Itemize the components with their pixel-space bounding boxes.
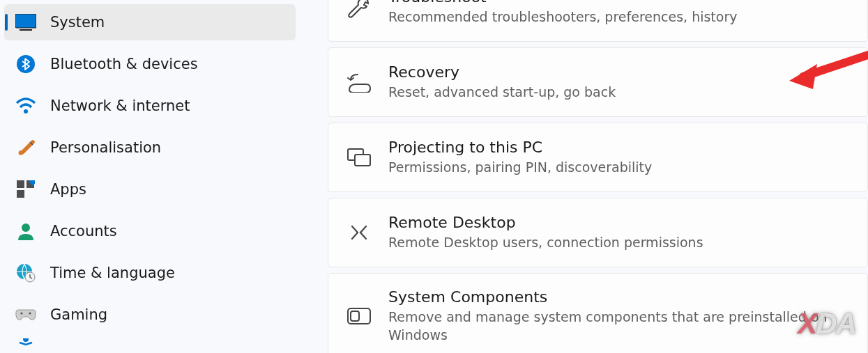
card-title-troubleshoot: Troubleshoot (388, 0, 737, 8)
card-desc-troubleshoot: Recommended troubleshooters, preferences… (388, 8, 737, 26)
recovery-icon (344, 67, 374, 97)
sidebar-item-accounts[interactable]: Accounts (4, 213, 296, 249)
svg-point-4 (24, 109, 28, 113)
svg-rect-18 (351, 311, 359, 321)
card-projecting[interactable]: Projecting to this PC Permissions, pairi… (328, 123, 868, 192)
sidebar-label-time: Time & language (50, 265, 175, 281)
globe-clock-icon (15, 262, 36, 283)
card-text: Remote Desktop Remote Desktop users, con… (388, 213, 703, 251)
sidebar-item-gaming[interactable]: Gaming (4, 297, 296, 333)
sidebar-item-bluetooth[interactable]: Bluetooth & devices (4, 46, 296, 82)
remote-desktop-icon (344, 217, 374, 248)
sidebar-item-time-language[interactable]: Time & language (4, 255, 296, 291)
accessibility-icon (15, 338, 36, 351)
sidebar-item-personalisation[interactable]: Personalisation (4, 130, 296, 166)
sidebar-item-accessibility-cut[interactable] (4, 338, 296, 351)
sidebar-label-apps: Apps (50, 181, 86, 198)
svg-rect-16 (355, 155, 370, 166)
card-desc-recovery: Reset, advanced start-up, go back (388, 83, 616, 102)
wifi-icon (15, 95, 36, 116)
svg-rect-7 (17, 190, 24, 198)
svg-point-14 (23, 338, 29, 342)
card-title-recovery: Recovery (388, 63, 616, 83)
card-title-components: System Components (388, 288, 852, 308)
card-desc-projecting: Permissions, pairing PIN, discoverabilit… (388, 158, 652, 177)
sidebar-label-accounts: Accounts (50, 223, 117, 240)
wrench-icon (344, 0, 374, 22)
projecting-icon (344, 142, 374, 173)
sidebar-item-system[interactable]: System (4, 4, 296, 40)
paintbrush-icon (15, 137, 36, 158)
card-text: Projecting to this PC Permissions, pairi… (388, 138, 652, 176)
bluetooth-icon (15, 54, 36, 74)
card-troubleshoot[interactable]: Troubleshoot Recommended troubleshooters… (328, 0, 868, 42)
card-remote-desktop[interactable]: Remote Desktop Remote Desktop users, con… (328, 198, 868, 267)
person-icon (15, 221, 36, 242)
card-desc-remote: Remote Desktop users, connection permiss… (388, 233, 703, 252)
settings-main: Troubleshoot Recommended troubleshooters… (300, 0, 868, 353)
card-system-components[interactable]: System Components Remove and manage syst… (328, 273, 868, 353)
svg-rect-0 (15, 14, 36, 28)
sidebar-item-network[interactable]: Network & internet (4, 88, 296, 124)
components-icon (344, 301, 374, 331)
settings-sidebar: System Bluetooth & devices Network & int… (0, 0, 300, 353)
svg-point-12 (20, 312, 22, 314)
sidebar-label-system: System (50, 14, 105, 31)
card-text: System Components Remove and manage syst… (388, 288, 852, 345)
card-title-projecting: Projecting to this PC (388, 138, 652, 158)
sidebar-label-bluetooth: Bluetooth & devices (50, 56, 198, 72)
apps-grid-icon (15, 179, 36, 200)
svg-rect-5 (17, 180, 24, 188)
card-recovery[interactable]: Recovery Reset, advanced start-up, go ba… (328, 47, 868, 117)
sidebar-label-network: Network & internet (50, 97, 190, 114)
card-text: Recovery Reset, advanced start-up, go ba… (388, 63, 616, 101)
card-text: Troubleshoot Recommended troubleshooters… (388, 0, 737, 26)
svg-point-9 (22, 223, 30, 232)
sidebar-label-gaming: Gaming (50, 306, 107, 323)
sidebar-label-personalisation: Personalisation (50, 139, 161, 156)
gamepad-icon (15, 304, 36, 325)
card-title-remote: Remote Desktop (388, 213, 703, 233)
monitor-icon (15, 12, 36, 33)
svg-point-13 (29, 312, 31, 314)
card-desc-components: Remove and manage system components that… (388, 308, 852, 345)
sidebar-item-apps[interactable]: Apps (4, 171, 296, 207)
